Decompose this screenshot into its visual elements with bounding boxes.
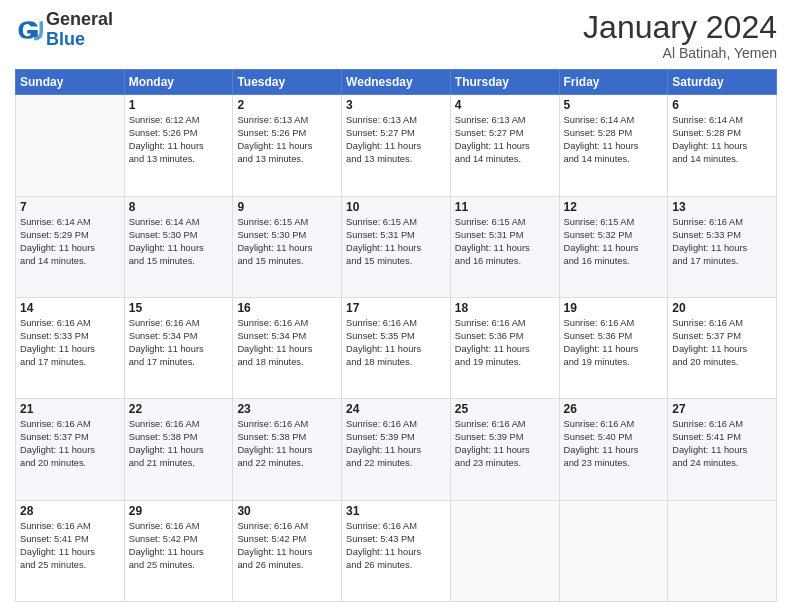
calendar-week-2: 7Sunrise: 6:14 AMSunset: 5:29 PMDaylight…: [16, 196, 777, 297]
logo-wordmark: General Blue: [46, 10, 113, 50]
calendar-table: Sunday Monday Tuesday Wednesday Thursday…: [15, 69, 777, 602]
table-row: 24Sunrise: 6:16 AMSunset: 5:39 PMDayligh…: [342, 399, 451, 500]
day-detail: Sunrise: 6:16 AMSunset: 5:41 PMDaylight:…: [20, 520, 120, 572]
table-row: 31Sunrise: 6:16 AMSunset: 5:43 PMDayligh…: [342, 500, 451, 601]
day-detail: Sunrise: 6:16 AMSunset: 5:39 PMDaylight:…: [455, 418, 555, 470]
day-number: 11: [455, 200, 555, 214]
table-row: 26Sunrise: 6:16 AMSunset: 5:40 PMDayligh…: [559, 399, 668, 500]
col-sunday: Sunday: [16, 70, 125, 95]
table-row: 1Sunrise: 6:12 AMSunset: 5:26 PMDaylight…: [124, 95, 233, 196]
day-number: 22: [129, 402, 229, 416]
calendar-week-3: 14Sunrise: 6:16 AMSunset: 5:33 PMDayligh…: [16, 297, 777, 398]
day-detail: Sunrise: 6:16 AMSunset: 5:42 PMDaylight:…: [129, 520, 229, 572]
table-row: 4Sunrise: 6:13 AMSunset: 5:27 PMDaylight…: [450, 95, 559, 196]
day-detail: Sunrise: 6:15 AMSunset: 5:31 PMDaylight:…: [455, 216, 555, 268]
table-row: 17Sunrise: 6:16 AMSunset: 5:35 PMDayligh…: [342, 297, 451, 398]
col-tuesday: Tuesday: [233, 70, 342, 95]
table-row: 7Sunrise: 6:14 AMSunset: 5:29 PMDaylight…: [16, 196, 125, 297]
day-detail: Sunrise: 6:16 AMSunset: 5:37 PMDaylight:…: [672, 317, 772, 369]
day-number: 10: [346, 200, 446, 214]
day-detail: Sunrise: 6:14 AMSunset: 5:28 PMDaylight:…: [564, 114, 664, 166]
table-row: 20Sunrise: 6:16 AMSunset: 5:37 PMDayligh…: [668, 297, 777, 398]
table-row: 22Sunrise: 6:16 AMSunset: 5:38 PMDayligh…: [124, 399, 233, 500]
day-number: 31: [346, 504, 446, 518]
table-row: 12Sunrise: 6:15 AMSunset: 5:32 PMDayligh…: [559, 196, 668, 297]
logo-general: General: [46, 9, 113, 29]
day-detail: Sunrise: 6:16 AMSunset: 5:41 PMDaylight:…: [672, 418, 772, 470]
day-number: 12: [564, 200, 664, 214]
table-row: 5Sunrise: 6:14 AMSunset: 5:28 PMDaylight…: [559, 95, 668, 196]
day-detail: Sunrise: 6:16 AMSunset: 5:34 PMDaylight:…: [129, 317, 229, 369]
day-number: 30: [237, 504, 337, 518]
logo-blue: Blue: [46, 29, 85, 49]
location-subtitle: Al Batinah, Yemen: [583, 45, 777, 61]
day-detail: Sunrise: 6:16 AMSunset: 5:42 PMDaylight:…: [237, 520, 337, 572]
day-number: 5: [564, 98, 664, 112]
table-row: 29Sunrise: 6:16 AMSunset: 5:42 PMDayligh…: [124, 500, 233, 601]
calendar-week-1: 1Sunrise: 6:12 AMSunset: 5:26 PMDaylight…: [16, 95, 777, 196]
page: General Blue January 2024 Al Batinah, Ye…: [0, 0, 792, 612]
day-detail: Sunrise: 6:16 AMSunset: 5:33 PMDaylight:…: [672, 216, 772, 268]
day-number: 27: [672, 402, 772, 416]
table-row: 11Sunrise: 6:15 AMSunset: 5:31 PMDayligh…: [450, 196, 559, 297]
table-row: 16Sunrise: 6:16 AMSunset: 5:34 PMDayligh…: [233, 297, 342, 398]
table-row: 6Sunrise: 6:14 AMSunset: 5:28 PMDaylight…: [668, 95, 777, 196]
day-detail: Sunrise: 6:15 AMSunset: 5:32 PMDaylight:…: [564, 216, 664, 268]
table-row: 28Sunrise: 6:16 AMSunset: 5:41 PMDayligh…: [16, 500, 125, 601]
table-row: 30Sunrise: 6:16 AMSunset: 5:42 PMDayligh…: [233, 500, 342, 601]
day-detail: Sunrise: 6:15 AMSunset: 5:30 PMDaylight:…: [237, 216, 337, 268]
day-detail: Sunrise: 6:16 AMSunset: 5:37 PMDaylight:…: [20, 418, 120, 470]
table-row: 19Sunrise: 6:16 AMSunset: 5:36 PMDayligh…: [559, 297, 668, 398]
day-number: 15: [129, 301, 229, 315]
day-number: 1: [129, 98, 229, 112]
col-wednesday: Wednesday: [342, 70, 451, 95]
day-detail: Sunrise: 6:13 AMSunset: 5:27 PMDaylight:…: [455, 114, 555, 166]
day-detail: Sunrise: 6:14 AMSunset: 5:30 PMDaylight:…: [129, 216, 229, 268]
day-number: 16: [237, 301, 337, 315]
table-row: 3Sunrise: 6:13 AMSunset: 5:27 PMDaylight…: [342, 95, 451, 196]
day-detail: Sunrise: 6:13 AMSunset: 5:26 PMDaylight:…: [237, 114, 337, 166]
day-detail: Sunrise: 6:16 AMSunset: 5:40 PMDaylight:…: [564, 418, 664, 470]
table-row: 10Sunrise: 6:15 AMSunset: 5:31 PMDayligh…: [342, 196, 451, 297]
day-number: 24: [346, 402, 446, 416]
day-number: 8: [129, 200, 229, 214]
day-number: 7: [20, 200, 120, 214]
day-number: 20: [672, 301, 772, 315]
day-detail: Sunrise: 6:16 AMSunset: 5:39 PMDaylight:…: [346, 418, 446, 470]
day-detail: Sunrise: 6:12 AMSunset: 5:26 PMDaylight:…: [129, 114, 229, 166]
col-thursday: Thursday: [450, 70, 559, 95]
day-detail: Sunrise: 6:16 AMSunset: 5:38 PMDaylight:…: [129, 418, 229, 470]
day-number: 21: [20, 402, 120, 416]
table-row: 27Sunrise: 6:16 AMSunset: 5:41 PMDayligh…: [668, 399, 777, 500]
day-number: 25: [455, 402, 555, 416]
table-row: [668, 500, 777, 601]
day-detail: Sunrise: 6:16 AMSunset: 5:34 PMDaylight:…: [237, 317, 337, 369]
day-number: 6: [672, 98, 772, 112]
day-detail: Sunrise: 6:16 AMSunset: 5:43 PMDaylight:…: [346, 520, 446, 572]
table-row: [16, 95, 125, 196]
table-row: 18Sunrise: 6:16 AMSunset: 5:36 PMDayligh…: [450, 297, 559, 398]
logo-icon: [15, 16, 43, 44]
day-detail: Sunrise: 6:16 AMSunset: 5:35 PMDaylight:…: [346, 317, 446, 369]
col-friday: Friday: [559, 70, 668, 95]
calendar-header-row: Sunday Monday Tuesday Wednesday Thursday…: [16, 70, 777, 95]
month-year-title: January 2024: [583, 10, 777, 45]
logo: General Blue: [15, 10, 113, 50]
table-row: 15Sunrise: 6:16 AMSunset: 5:34 PMDayligh…: [124, 297, 233, 398]
day-number: 29: [129, 504, 229, 518]
day-detail: Sunrise: 6:16 AMSunset: 5:36 PMDaylight:…: [564, 317, 664, 369]
day-number: 23: [237, 402, 337, 416]
day-number: 26: [564, 402, 664, 416]
day-number: 17: [346, 301, 446, 315]
table-row: 14Sunrise: 6:16 AMSunset: 5:33 PMDayligh…: [16, 297, 125, 398]
day-detail: Sunrise: 6:16 AMSunset: 5:33 PMDaylight:…: [20, 317, 120, 369]
day-number: 18: [455, 301, 555, 315]
header: General Blue January 2024 Al Batinah, Ye…: [15, 10, 777, 61]
calendar-week-4: 21Sunrise: 6:16 AMSunset: 5:37 PMDayligh…: [16, 399, 777, 500]
day-number: 14: [20, 301, 120, 315]
table-row: 9Sunrise: 6:15 AMSunset: 5:30 PMDaylight…: [233, 196, 342, 297]
table-row: 2Sunrise: 6:13 AMSunset: 5:26 PMDaylight…: [233, 95, 342, 196]
day-detail: Sunrise: 6:14 AMSunset: 5:29 PMDaylight:…: [20, 216, 120, 268]
col-monday: Monday: [124, 70, 233, 95]
day-number: 13: [672, 200, 772, 214]
